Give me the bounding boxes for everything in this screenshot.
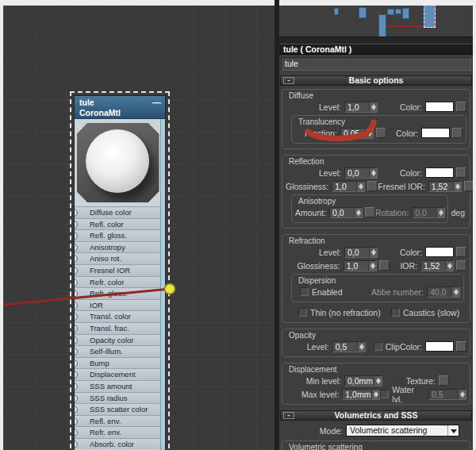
material-node-selection[interactable]: tule CoronaMtl — Diffuse color Refl. col… [70, 91, 170, 450]
caustics-checkbox[interactable] [391, 308, 400, 317]
spinner-arrows-icon[interactable] [445, 261, 453, 271]
spinner-arrows-icon[interactable] [369, 102, 377, 112]
overview-node[interactable] [359, 7, 367, 18]
splitter-horizontal[interactable] [279, 37, 473, 44]
material-preview[interactable] [77, 123, 159, 202]
translucency-color-swatch[interactable] [421, 128, 450, 138]
slot-socket-icon[interactable] [75, 383, 78, 390]
fresnel-ior-spinner[interactable]: 1,52 [428, 181, 462, 192]
refraction-glossiness-spinner[interactable]: 1,0 [344, 260, 377, 271]
thin-refraction-checkbox[interactable] [298, 308, 307, 317]
node-slot[interactable]: Refr. color [75, 276, 165, 288]
slot-socket-icon[interactable] [75, 394, 78, 402]
slot-socket-icon[interactable] [75, 406, 78, 413]
node-slot[interactable]: Absorb. color [75, 438, 165, 450]
spinner-arrows-icon[interactable] [354, 208, 362, 217]
node-slot[interactable]: Refr. gloss. [75, 287, 165, 299]
spinner-arrows-icon[interactable] [458, 390, 466, 399]
overview-node[interactable] [378, 14, 386, 37]
diffuse-color-swatch[interactable] [425, 102, 454, 112]
diffuse-color-map-button[interactable] [456, 102, 466, 112]
node-slot[interactable]: SSS radius [75, 392, 165, 404]
opacity-color-map-button[interactable] [456, 341, 466, 352]
rotation-spinner[interactable]: 0,0 [412, 207, 445, 218]
node-slot[interactable]: Aniso rot. [75, 252, 165, 264]
spinner-arrows-icon[interactable] [368, 261, 376, 271]
anisotropy-amount-map-button[interactable] [365, 207, 375, 217]
translucency-fraction-spinner[interactable]: 0,05 [340, 128, 374, 139]
node-slot[interactable]: Diffuse color [75, 206, 165, 218]
spinner-arrows-icon[interactable] [356, 182, 364, 191]
overview-node[interactable] [334, 8, 339, 15]
fresnel-ior-map-button[interactable] [464, 181, 473, 191]
slot-socket-icon[interactable] [75, 313, 78, 321]
slot-socket-icon[interactable] [75, 221, 78, 229]
node-slot[interactable]: Displacement [75, 368, 165, 380]
node-slot[interactable]: Bump [75, 357, 165, 369]
slot-socket-icon[interactable] [75, 209, 78, 217]
ior-spinner[interactable]: 1,52 [420, 260, 454, 271]
dispersion-enabled-checkbox[interactable] [300, 287, 309, 296]
node-slot[interactable]: Refl. env. [75, 415, 165, 427]
slot-socket-icon[interactable] [75, 371, 78, 379]
spinner-arrows-icon[interactable] [374, 376, 382, 386]
reflection-glossiness-spinner[interactable]: 1,0 [332, 181, 365, 192]
reflection-color-map-button[interactable] [456, 167, 466, 178]
displacement-texture-button[interactable] [439, 375, 449, 386]
rollout-volumetrics[interactable]: - Volumetrics and SSS [280, 410, 472, 421]
node-slot[interactable]: Self-illum. [75, 345, 165, 357]
slot-socket-icon[interactable] [75, 337, 78, 344]
minimize-icon[interactable]: — [152, 98, 161, 106]
mode-dropdown[interactable]: Volumetric scattering [346, 425, 459, 437]
opacity-clip-checkbox[interactable] [374, 342, 382, 351]
slot-socket-icon[interactable] [75, 440, 78, 448]
node-slot[interactable]: Refl. gloss. [75, 229, 165, 241]
collapse-icon[interactable]: - [283, 77, 294, 84]
translucency-color-map-button[interactable] [452, 128, 463, 138]
water-level-checkbox[interactable] [380, 390, 389, 398]
node-slot[interactable]: Opacity color [75, 334, 165, 346]
node-slot[interactable]: Refr. env. [75, 426, 165, 438]
refraction-level-spinner[interactable]: 0,0 [344, 247, 378, 258]
spinner-arrows-icon[interactable] [365, 129, 373, 138]
opacity-color-swatch[interactable] [425, 341, 454, 352]
opacity-level-spinner[interactable]: 0,5 [332, 341, 366, 352]
abbe-number-spinner[interactable]: 40,0 [427, 287, 460, 298]
node-slot[interactable]: SSS amount [75, 380, 165, 392]
collapse-icon[interactable]: - [283, 412, 294, 419]
node-view-canvas[interactable]: tule CoronaMtl — Diffuse color Refl. col… [3, 6, 274, 450]
slot-socket-icon[interactable] [75, 417, 78, 425]
refraction-color-map-button[interactable] [456, 247, 466, 257]
slot-socket-icon[interactable] [75, 429, 78, 437]
material-node[interactable]: tule CoronaMtl — Diffuse color Refl. col… [74, 95, 166, 450]
node-slot[interactable]: IOR [75, 299, 165, 311]
spinner-arrows-icon[interactable] [371, 390, 379, 399]
spinner-arrows-icon[interactable] [357, 342, 365, 352]
material-node-header[interactable]: tule CoronaMtl — [75, 96, 165, 119]
material-name-input[interactable]: tule [281, 57, 471, 71]
slot-socket-icon[interactable] [75, 325, 78, 333]
slot-socket-icon[interactable] [75, 290, 78, 298]
refraction-glossiness-map-button[interactable] [379, 260, 390, 271]
displacement-min-spinner[interactable]: 0,0mm [344, 375, 382, 387]
dropdown-arrow-icon[interactable] [447, 425, 459, 436]
slot-socket-icon[interactable] [75, 255, 78, 263]
spinner-arrows-icon[interactable] [369, 248, 377, 257]
spinner-arrows-icon[interactable] [453, 182, 461, 191]
node-slot[interactable]: Transl. frac. [75, 322, 165, 334]
water-level-spinner[interactable]: 0,5 [428, 389, 466, 400]
overview-node[interactable] [387, 9, 394, 15]
slot-socket-icon[interactable] [75, 244, 78, 252]
reflection-level-spinner[interactable]: 0,0 [344, 167, 378, 179]
slot-socket-icon[interactable] [75, 279, 78, 287]
rollout-basic-options[interactable]: - Basic options [280, 75, 472, 86]
translucency-fraction-map-button[interactable] [376, 128, 386, 138]
ior-map-button[interactable] [456, 260, 466, 271]
slot-socket-icon[interactable] [75, 267, 78, 275]
refraction-color-swatch[interactable] [425, 247, 454, 257]
overview-node[interactable] [395, 9, 401, 14]
node-slot[interactable]: SSS scatter color [75, 403, 165, 415]
node-overview-strip[interactable] [279, 6, 473, 37]
slot-socket-icon[interactable] [75, 348, 78, 356]
diffuse-level-spinner[interactable]: 1,0 [344, 102, 378, 113]
